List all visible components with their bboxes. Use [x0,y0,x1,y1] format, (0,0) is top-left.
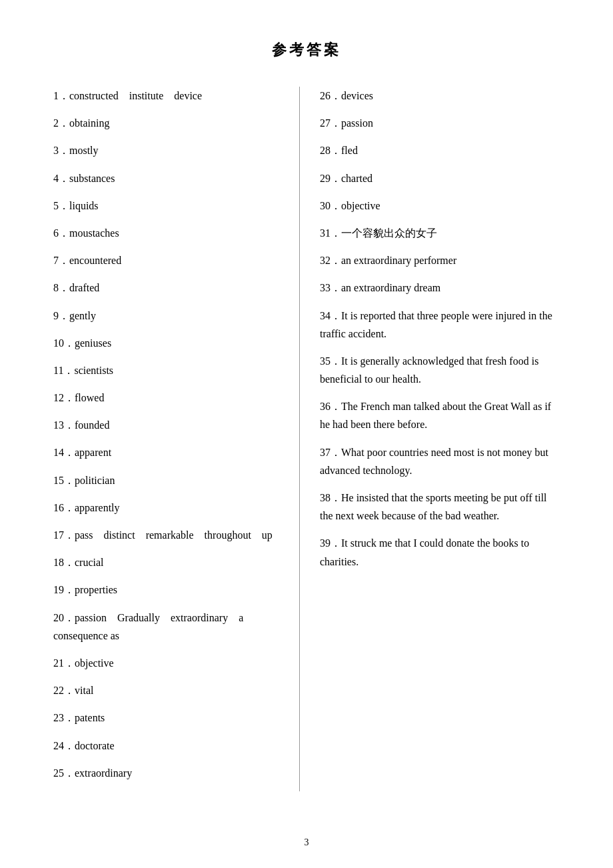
left-answer-item: 8．drafted [53,279,286,297]
left-answer-item: 10．geniuses [53,334,286,352]
right-answer-item: 31．一个容貌出众的女子 [320,224,560,242]
answer-text: crucial [75,557,104,568]
right-answer-item: 36．The French man talked about the Great… [320,397,560,433]
answer-text: politician [75,475,115,486]
answer-num: 1． [53,90,69,101]
answer-text: extraordinary [75,767,132,779]
left-answer-item: 16．apparently [53,499,286,517]
answer-text: passion Gradually extraordinary a conseq… [53,612,243,641]
answer-num: 38． [320,492,341,503]
answer-num: 37． [320,447,341,458]
answer-text: an extraordinary performer [341,255,456,266]
answer-text: apparently [75,502,120,513]
answer-text: encountered [69,255,121,266]
answer-num: 23． [53,712,75,723]
left-answer-item: 5．liquids [53,197,286,215]
right-answer-item: 39．It struck me that I could donate the … [320,534,560,570]
answer-text: charted [341,173,372,184]
right-column: 26．devices27．passion28．fled29．charted30．… [300,87,560,791]
left-answer-item: 18．crucial [53,553,286,571]
answer-num: 15． [53,475,75,486]
right-answer-item: 32．an extraordinary performer [320,251,560,269]
right-answer-item: 26．devices [320,87,560,105]
left-answer-item: 22．vital [53,681,286,699]
answer-text: apparent [75,447,111,458]
right-answer-item: 29．charted [320,169,560,187]
answer-num: 31． [320,227,341,239]
left-answer-item: 17．pass distinct remarkable throughout u… [53,526,286,544]
answer-num: 27． [320,117,341,129]
answer-text: It struck me that I could donate the boo… [320,537,529,567]
answer-num: 34． [320,310,341,321]
left-answer-item: 20．passion Gradually extraordinary a con… [53,609,286,645]
left-column: 1．constructed institute device2．obtainin… [53,87,300,791]
answer-text: drafted [69,282,99,293]
right-answer-item: 33．an extraordinary dream [320,279,560,297]
left-answer-item: 14．apparent [53,443,286,461]
content-area: 1．constructed institute device2．obtainin… [53,87,560,791]
answer-text: flowed [75,392,104,403]
answer-text: What poor countries need most is not mon… [320,447,548,476]
answer-num: 2． [53,117,69,129]
answer-num: 24． [53,740,75,751]
answer-text: moustaches [69,227,119,239]
right-answer-item: 37．What poor countries need most is not … [320,443,560,479]
answer-num: 9． [53,310,69,321]
left-answer-item: 2．obtaining [53,114,286,132]
answer-num: 20． [53,612,75,623]
answer-text: objective [341,200,380,211]
answer-text: vital [75,685,93,696]
answer-text: scientists [74,365,113,376]
answer-num: 8． [53,282,69,293]
answer-num: 39． [320,537,341,549]
answer-num: 30． [320,200,341,211]
right-answer-item: 35．It is generally acknowledged that fre… [320,352,560,388]
answer-text: an extraordinary dream [341,282,440,293]
left-answer-item: 25．extraordinary [53,764,286,782]
left-answer-item: 4．substances [53,169,286,187]
answer-text: mostly [69,145,99,156]
answer-num: 32． [320,255,341,266]
page: 参考答案 1．constructed institute device2．obt… [0,0,613,868]
left-answer-item: 1．constructed institute device [53,87,286,105]
answer-num: 17． [53,529,75,541]
answer-text: constructed institute device [69,90,202,101]
answer-text: patents [75,712,105,723]
answer-num: 26． [320,90,341,101]
answer-text: substances [69,173,115,184]
answer-num: 10． [53,337,75,349]
left-answer-item: 13．founded [53,416,286,434]
answer-text: obtaining [69,117,109,129]
answer-num: 19． [53,584,75,595]
left-answer-item: 24．doctorate [53,737,286,755]
answer-num: 29． [320,173,341,184]
answer-num: 36． [320,401,341,412]
answer-num: 14． [53,447,75,458]
left-answer-item: 21．objective [53,654,286,672]
answer-num: 7． [53,255,69,266]
answer-num: 4． [53,173,69,184]
left-answer-item: 12．flowed [53,389,286,407]
answer-text: liquids [69,200,99,211]
answer-num: 11． [53,365,74,376]
answer-num: 22． [53,685,75,696]
answer-text: objective [75,657,114,669]
answer-text: pass distinct remarkable throughout up [75,529,273,541]
right-answer-item: 34．It is reported that three people were… [320,307,560,343]
answer-num: 13． [53,419,75,431]
left-answer-item: 23．patents [53,709,286,727]
left-answer-item: 11．scientists [53,361,286,379]
left-answer-item: 7．encountered [53,251,286,269]
answer-num: 35． [320,355,341,367]
right-answer-item: 27．passion [320,114,560,132]
answer-text: gently [69,310,96,321]
answer-num: 28． [320,145,341,156]
right-answer-item: 38．He insisted that the sports meeting b… [320,489,560,525]
left-answer-item: 6．moustaches [53,224,286,242]
answer-num: 33． [320,282,341,293]
answer-text: geniuses [75,337,111,349]
answer-num: 12． [53,392,75,403]
page-title: 参考答案 [53,40,560,60]
answer-num: 25． [53,767,75,779]
page-number: 3 [305,837,309,848]
